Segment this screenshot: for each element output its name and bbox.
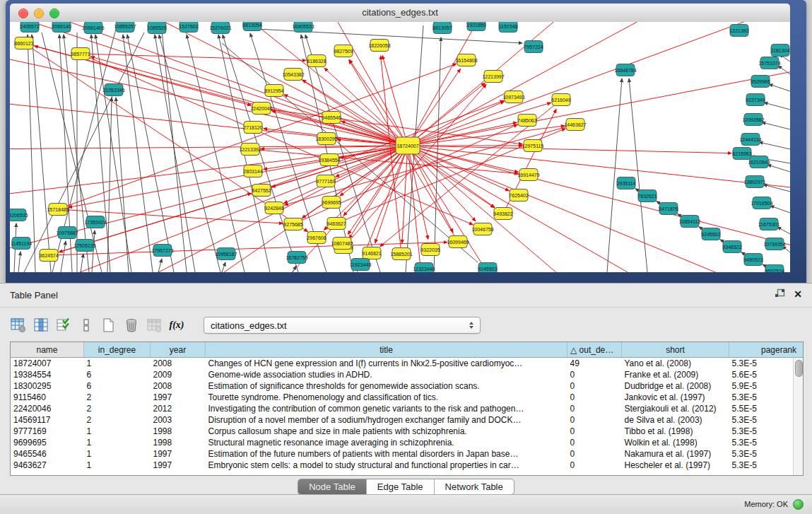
table-cell[interactable]: Hescheler et al. (1997) (622, 460, 729, 471)
table-row[interactable]: 1872400712008Changes of HCN gene express… (11, 358, 804, 370)
delete-table-button[interactable] (123, 317, 140, 334)
table-row[interactable]: 946362711997Embryonic stem cells: a mode… (11, 460, 804, 471)
table-cell[interactable]: 1998 (151, 426, 206, 437)
citation-edge-red[interactable] (34, 46, 408, 146)
citation-edge-black[interactable] (434, 37, 441, 272)
table-cell[interactable]: 2 (84, 392, 151, 403)
table-cell[interactable]: Wolkin et al. (1998) (622, 437, 729, 448)
network-canvas[interactable]: 1872400718226058982750981863281054338289… (10, 22, 790, 272)
tab-edge-table[interactable]: Edge Table (367, 479, 435, 494)
table-cell[interactable]: 6 (84, 380, 151, 392)
citation-edge-black[interactable] (32, 35, 51, 272)
table-cell[interactable]: 2 (84, 414, 151, 426)
window-titlebar[interactable]: citations_edges.txt (10, 4, 790, 23)
table-cell[interactable]: 9465546 (11, 448, 84, 460)
table-cell[interactable]: 9115460 (11, 392, 84, 403)
table-cell[interactable]: de Silva et al. (2003) (622, 414, 729, 426)
table-source-select[interactable]: citations_edges.txt (204, 317, 481, 334)
table-scrollbar[interactable] (793, 358, 803, 475)
table-cell[interactable]: 0 (567, 448, 622, 460)
table-cell[interactable]: Investigating the contribution of common… (206, 403, 567, 414)
table-cell[interactable]: 0 (567, 460, 622, 471)
column-header-5[interactable]: short (622, 342, 729, 358)
column-header-0[interactable]: name (11, 342, 84, 358)
citation-edge-red[interactable] (314, 22, 408, 146)
table-cell[interactable]: 2008 (151, 358, 206, 370)
tab-network-table[interactable]: Network Table (435, 479, 514, 494)
column-header-2[interactable]: year (151, 342, 206, 358)
citation-edge-black[interactable] (28, 35, 35, 272)
node-table-grid[interactable]: namein_degreeyeartitle△ out_de…shortpage… (11, 342, 804, 471)
table-cell[interactable]: 9463627 (11, 460, 84, 471)
table-cell[interactable]: 0 (567, 369, 622, 380)
table-cell[interactable]: 0 (567, 426, 622, 437)
table-row[interactable]: 1830029562008Estimation of significance … (11, 380, 804, 392)
table-cell[interactable]: 1998 (151, 437, 206, 448)
table-cell[interactable]: Tibbo et al. (1998) (622, 426, 729, 437)
table-cell[interactable]: 1 (84, 426, 151, 437)
table-row[interactable]: 1938455462009Genome-wide association stu… (11, 369, 804, 380)
table-cell[interactable]: 2 (84, 403, 151, 414)
table-cell[interactable]: Embryonic stem cells: a model to study s… (206, 460, 567, 471)
citation-edge-red[interactable] (81, 54, 306, 61)
table-cell[interactable]: 49 (567, 358, 622, 370)
table-row[interactable]: 977716911998Corpus callosum shape and si… (11, 426, 804, 437)
table-cell[interactable]: 1 (84, 437, 151, 448)
table-cell[interactable]: Changes of HCN gene expression and I(f) … (206, 358, 567, 370)
citation-edge-black[interactable] (158, 259, 162, 272)
citation-edge-black[interactable] (155, 35, 195, 272)
table-cell[interactable]: 0 (567, 392, 622, 403)
citation-edge-black[interactable] (769, 84, 790, 91)
table-cell[interactable]: Corpus callosum shape and size in male p… (206, 426, 567, 437)
import-table-button[interactable] (146, 317, 163, 334)
table-cell[interactable]: Dudbridge et al. (2008) (622, 380, 729, 392)
column-header-4[interactable]: △ out_de… (567, 342, 622, 358)
citation-edge-red[interactable] (408, 101, 504, 146)
table-cell[interactable]: 0 (567, 380, 622, 392)
table-scrollbar-thumb[interactable] (795, 360, 803, 377)
citation-edge-red[interactable] (408, 146, 790, 272)
citation-edge-red[interactable] (10, 146, 408, 149)
table-cell[interactable]: 0 (567, 414, 622, 426)
table-cell[interactable]: 9699695 (11, 437, 84, 448)
citation-edge-black[interactable] (127, 35, 174, 272)
table-cell[interactable]: 1 (84, 358, 151, 370)
table-cell[interactable]: 2003 (151, 414, 206, 426)
table-cell[interactable]: Stergiakouli et al. (2012) (622, 403, 729, 414)
citation-edge-black[interactable] (222, 262, 225, 272)
table-cell[interactable]: Franke et al. (2009) (622, 369, 729, 380)
row-height-button[interactable] (78, 317, 95, 334)
table-row[interactable]: 1456911722003Disruption of a novel membe… (11, 414, 804, 426)
table-cell[interactable]: 1997 (151, 448, 206, 460)
citation-edge-black[interactable] (116, 98, 129, 272)
table-cell[interactable]: 1 (84, 460, 151, 471)
table-cell[interactable]: Structural magnetic resonance image aver… (206, 437, 567, 448)
table-cell[interactable]: Jankovic et al. (1997) (622, 392, 729, 403)
function-builder-button[interactable]: f(x) (168, 317, 185, 334)
tab-node-table[interactable]: Node Table (298, 479, 367, 494)
citation-edge-black[interactable] (607, 78, 622, 272)
table-cell[interactable]: 6 (84, 369, 151, 380)
citation-edge-red[interactable] (10, 146, 408, 199)
citation-edge-red[interactable] (408, 22, 790, 146)
column-header-3[interactable]: title (206, 342, 567, 358)
table-mode-button[interactable] (10, 317, 27, 334)
table-row[interactable]: 969969511998Structural magnetic resonanc… (11, 437, 804, 448)
table-cell[interactable]: 0 (567, 403, 622, 414)
table-cell[interactable]: 0 (567, 437, 622, 448)
citation-edge-black[interactable] (293, 266, 296, 272)
table-cell[interactable]: 1997 (151, 460, 206, 471)
table-row[interactable]: 2242004622012Investigating the contribut… (11, 403, 804, 414)
citation-edge-black[interactable] (764, 103, 790, 110)
table-row[interactable]: 911546021997Tourette syndrome. Phenomeno… (11, 392, 804, 403)
table-cell[interactable]: 1 (84, 448, 151, 460)
table-cell[interactable]: 1997 (151, 392, 206, 403)
citation-edge-black[interactable] (767, 165, 790, 172)
column-header-6[interactable]: pagerank (729, 342, 804, 358)
citation-edge-black[interactable] (18, 252, 20, 272)
float-panel-icon[interactable] (775, 288, 785, 299)
citation-edge-red[interactable] (408, 146, 731, 153)
table-cell[interactable]: Disruption of a novel member of a sodium… (206, 414, 567, 426)
column-header-1[interactable]: in_degree (84, 342, 151, 358)
table-cell[interactable]: Nakamura et al. (1997) (622, 448, 729, 460)
